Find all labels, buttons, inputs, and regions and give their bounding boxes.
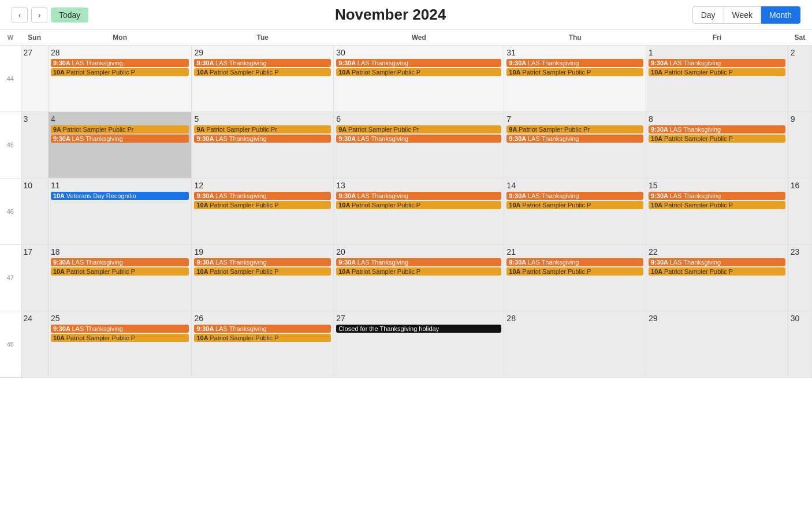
calendar-day[interactable]: 319:30A LAS Thanksgiving10A Patriot Samp…: [504, 46, 646, 112]
today-button[interactable]: Today: [51, 8, 88, 23]
calendar-event[interactable]: 10A Patriot Sampler Public P: [649, 68, 785, 76]
calendar-day[interactable]: 79A Patriot Sampler Public Pr9:30A LAS T…: [504, 112, 646, 178]
calendar-event[interactable]: 9:30A LAS Thanksgiving: [506, 59, 643, 67]
calendar-day[interactable]: 23: [788, 245, 811, 311]
event-time: 9:30A: [53, 259, 72, 266]
calendar-day[interactable]: 129:30A LAS Thanksgiving10A Patriot Samp…: [192, 178, 334, 245]
calendar-event[interactable]: 10A Patriot Sampler Public P: [506, 267, 643, 276]
calendar-day[interactable]: 16: [788, 178, 811, 245]
calendar-event[interactable]: 10A Patriot Sampler Public P: [506, 201, 643, 209]
calendar-event[interactable]: 9A Patriot Sampler Public Pr: [51, 125, 189, 133]
calendar-day[interactable]: 30: [788, 311, 811, 378]
calendar-day[interactable]: 59A Patriot Sampler Public Pr9:30A LAS T…: [192, 112, 334, 178]
calendar-event[interactable]: 9:30A LAS Thanksgiving: [194, 59, 331, 67]
calendar-event[interactable]: 9:30A LAS Thanksgiving: [506, 135, 643, 143]
calendar-day[interactable]: 259:30A LAS Thanksgiving10A Patriot Samp…: [48, 311, 192, 378]
calendar-event[interactable]: 10A Patriot Sampler Public P: [194, 267, 331, 276]
calendar-event[interactable]: 9:30A LAS Thanksgiving: [336, 59, 501, 67]
next-button[interactable]: ›: [31, 7, 47, 23]
event-time: 10A: [196, 268, 210, 275]
calendar-event[interactable]: 9:30A LAS Thanksgiving: [336, 192, 501, 200]
calendar-day[interactable]: 2: [788, 46, 811, 112]
calendar-day[interactable]: 189:30A LAS Thanksgiving10A Patriot Samp…: [48, 245, 192, 311]
calendar-day[interactable]: 17: [21, 245, 48, 311]
calendar-event[interactable]: 9:30A LAS Thanksgiving: [506, 192, 643, 200]
calendar-day[interactable]: 27: [21, 46, 48, 112]
calendar-day[interactable]: 27Closed for the Thanksgiving holiday: [334, 311, 504, 378]
calendar-event[interactable]: 9:30A LAS Thanksgiving: [649, 192, 785, 200]
calendar-event[interactable]: 9:30A LAS Thanksgiving: [51, 258, 189, 266]
event-title: Patriot Sampler Public P: [352, 202, 420, 209]
calendar-event[interactable]: 10A Patriot Sampler Public P: [51, 334, 189, 342]
calendar-event[interactable]: 9:30A LAS Thanksgiving: [51, 135, 189, 143]
calendar-event[interactable]: 9:30A LAS Thanksgiving: [194, 325, 331, 333]
calendar-day[interactable]: 1110A Veterans Day Recognitio: [48, 178, 192, 245]
calendar-day[interactable]: 19:30A LAS Thanksgiving10A Patriot Sampl…: [646, 46, 788, 112]
calendar-day[interactable]: 229:30A LAS Thanksgiving10A Patriot Samp…: [646, 245, 788, 311]
calendar-event[interactable]: 9:30A LAS Thanksgiving: [194, 135, 331, 143]
calendar-day[interactable]: 89:30A LAS Thanksgiving10A Patriot Sampl…: [646, 112, 788, 178]
calendar-day[interactable]: 10: [21, 178, 48, 245]
calendar-event[interactable]: 10A Patriot Sampler Public P: [194, 68, 331, 76]
calendar-event[interactable]: 10A Patriot Sampler Public P: [51, 267, 189, 276]
calendar-event[interactable]: 10A Patriot Sampler Public P: [336, 267, 501, 276]
calendar-event[interactable]: 9:30A LAS Thanksgiving: [51, 59, 189, 67]
day-view-button[interactable]: Day: [692, 6, 724, 24]
calendar-event[interactable]: 9:30A LAS Thanksgiving: [649, 125, 785, 133]
calendar-day[interactable]: 3: [21, 112, 48, 178]
calendar-day[interactable]: 159:30A LAS Thanksgiving10A Patriot Samp…: [646, 178, 788, 245]
calendar-event[interactable]: 10A Patriot Sampler Public P: [649, 201, 785, 209]
calendar-event[interactable]: 9:30A LAS Thanksgiving: [194, 192, 331, 200]
calendar-event[interactable]: 10A Patriot Sampler Public P: [336, 201, 501, 209]
calendar-day[interactable]: 69A Patriot Sampler Public Pr9:30A LAS T…: [334, 112, 504, 178]
event-title: LAS Thanksgiving: [72, 259, 122, 266]
day-number: 30: [791, 314, 809, 323]
calendar-event[interactable]: 10A Patriot Sampler Public P: [51, 68, 189, 76]
calendar-event[interactable]: 9:30A LAS Thanksgiving: [194, 258, 331, 266]
calendar-day[interactable]: 219:30A LAS Thanksgiving10A Patriot Samp…: [504, 245, 646, 311]
event-title: Patriot Sampler Public P: [352, 268, 420, 275]
calendar-day[interactable]: 9: [788, 112, 811, 178]
calendar-event[interactable]: 9:30A LAS Thanksgiving: [336, 135, 501, 143]
calendar-event[interactable]: 9A Patriot Sampler Public Pr: [336, 125, 501, 133]
calendar-day[interactable]: 49A Patriot Sampler Public Pr9:30A LAS T…: [48, 112, 192, 178]
calendar-event[interactable]: 10A Patriot Sampler Public P: [194, 334, 331, 342]
calendar-day[interactable]: 309:30A LAS Thanksgiving10A Patriot Samp…: [334, 46, 504, 112]
calendar-event[interactable]: 9:30A LAS Thanksgiving: [649, 59, 785, 67]
week-row: 45349A Patriot Sampler Public Pr9:30A LA…: [0, 112, 812, 178]
calendar-event[interactable]: 9A Patriot Sampler Public Pr: [506, 125, 643, 133]
calendar-event[interactable]: 9:30A LAS Thanksgiving: [649, 258, 785, 266]
day-number: 19: [194, 247, 331, 256]
calendar-day[interactable]: 29: [646, 311, 788, 378]
calendar-day[interactable]: 299:30A LAS Thanksgiving10A Patriot Samp…: [192, 46, 334, 112]
calendar-day[interactable]: 269:30A LAS Thanksgiving10A Patriot Samp…: [192, 311, 334, 378]
event-time: 9:30A: [196, 259, 215, 266]
day-number: 28: [506, 314, 643, 323]
event-title: LAS Thanksgiving: [528, 135, 579, 142]
calendar-event[interactable]: 10A Patriot Sampler Public P: [194, 201, 331, 209]
prev-button[interactable]: ‹: [12, 7, 28, 23]
calendar-event[interactable]: 9:30A LAS Thanksgiving: [506, 258, 643, 266]
calendar-event[interactable]: Closed for the Thanksgiving holiday: [336, 325, 501, 333]
calendar-event[interactable]: 10A Veterans Day Recognitio: [51, 192, 189, 200]
calendar-day[interactable]: 139:30A LAS Thanksgiving10A Patriot Samp…: [334, 178, 504, 245]
calendar-event[interactable]: 10A Patriot Sampler Public P: [336, 68, 501, 76]
day-number: 17: [24, 247, 46, 256]
day-number: 15: [649, 181, 785, 190]
calendar-day[interactable]: 28: [504, 311, 646, 378]
calendar-day[interactable]: 289:30A LAS Thanksgiving10A Patriot Samp…: [48, 46, 192, 112]
week-view-button[interactable]: Week: [724, 6, 762, 24]
event-time: 9:30A: [53, 135, 72, 142]
calendar-event[interactable]: 10A Patriot Sampler Public P: [649, 267, 785, 276]
calendar-event[interactable]: 10A Patriot Sampler Public P: [506, 68, 643, 76]
calendar-event[interactable]: 9:30A LAS Thanksgiving: [51, 325, 189, 333]
calendar-event[interactable]: 10A Patriot Sampler Public P: [649, 135, 785, 143]
calendar-event[interactable]: 9A Patriot Sampler Public Pr: [194, 125, 331, 133]
calendar-event[interactable]: 9:30A LAS Thanksgiving: [336, 258, 501, 266]
calendar-day[interactable]: 209:30A LAS Thanksgiving10A Patriot Samp…: [334, 245, 504, 311]
calendar-day[interactable]: 24: [21, 311, 48, 378]
month-view-button[interactable]: Month: [761, 6, 800, 24]
calendar-day[interactable]: 149:30A LAS Thanksgiving10A Patriot Samp…: [504, 178, 646, 245]
event-title: LAS Thanksgiving: [357, 59, 408, 66]
calendar-day[interactable]: 199:30A LAS Thanksgiving10A Patriot Samp…: [192, 245, 334, 311]
